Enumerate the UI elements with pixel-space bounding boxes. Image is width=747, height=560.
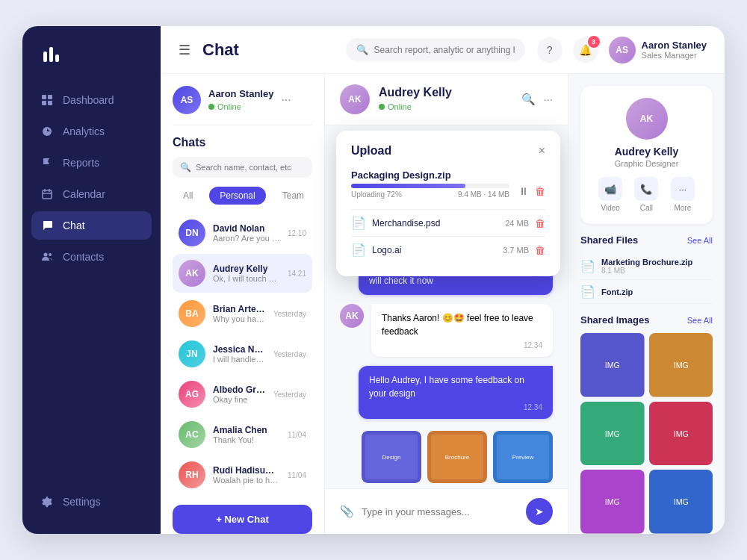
send-message-button[interactable]: ➤ <box>526 498 553 525</box>
upload-item-actions: ⏸ 🗑 <box>518 185 545 197</box>
shared-images-section: Shared Images See All IMG IMG IMG <box>580 314 713 534</box>
contacts-panel: AS Aaron Stanley Online ··· Chats 🔍 All … <box>161 74 325 534</box>
header-actions: ? 🔔 3 AS Aaron Stanley Sales Manager <box>537 37 707 63</box>
svg-text:IMG: IMG <box>673 429 688 438</box>
settings-icon <box>40 495 54 508</box>
message-input[interactable] <box>362 506 518 517</box>
search-chat-icon[interactable]: 🔍 <box>521 93 536 106</box>
profile-avatar: AK <box>626 98 668 140</box>
upload-close-button[interactable]: × <box>539 144 545 158</box>
contact-time: Yesterday <box>273 350 306 358</box>
message-text: Hello Audrey, I have some feedback on yo… <box>369 373 542 400</box>
search-input[interactable] <box>374 45 515 55</box>
cancel-upload-icon[interactable]: 🗑 <box>535 185 545 197</box>
list-item[interactable]: JN Jessica Naomi I will handle that Aaro… <box>173 335 312 373</box>
action-label: More <box>674 204 691 212</box>
shared-file-item: 📄 Font.zip <box>580 280 713 304</box>
contact-details: Amalia Chen Thank You! <box>213 425 280 444</box>
upload-sizes: 9.4 MB · 14 MB <box>458 190 509 199</box>
sidebar-item-reports[interactable]: Reports <box>31 149 152 177</box>
more-profile-button[interactable]: ··· More <box>671 177 695 212</box>
shared-image-thumb[interactable]: IMG <box>649 333 713 397</box>
shared-files-section: Shared Files See All 📄 Marketing Brochur… <box>580 234 713 304</box>
tab-personal[interactable]: Personal <box>209 187 265 205</box>
contact-details: Brian Artemayev Why you have that stupid… <box>213 304 266 323</box>
shared-image-thumb[interactable]: IMG <box>649 402 713 466</box>
chat-contact-status: Online <box>388 102 412 111</box>
list-item[interactable]: RH Rudi Hadisuwarno Woalah pie to ham 11… <box>173 455 312 494</box>
sidebar: Dashboard Analytics Reports Calendar <box>22 26 161 534</box>
list-item[interactable]: DN David Nolan Aaron? Are you here? 12.1… <box>173 214 312 252</box>
tab-team[interactable]: Team <box>272 187 314 205</box>
sidebar-item-calendar[interactable]: Calendar <box>31 180 152 208</box>
new-chat-button[interactable]: + New Chat <box>173 505 312 534</box>
more-icon: ··· <box>671 177 695 201</box>
app-container: Dashboard Analytics Reports Calendar <box>22 26 725 534</box>
action-label: Video <box>601 204 619 212</box>
contact-search-input[interactable] <box>196 163 305 172</box>
upload-modal-header: Upload × <box>351 144 545 158</box>
flag-icon <box>40 156 54 169</box>
video-call-button[interactable]: 📹 Video <box>598 177 622 212</box>
shared-file-item: 📄 Marketing Brochure.zip 8.1 MB <box>580 253 713 280</box>
message-item: Hello Audrey, I have some feedback on yo… <box>340 366 553 419</box>
list-item[interactable]: AG Albedo Greyhold Okay fine Yesterday <box>173 375 312 414</box>
avatar: AK <box>340 304 364 328</box>
shared-image-thumb[interactable]: IMG <box>580 333 645 397</box>
user-profile-button[interactable]: AS Aaron Stanley Sales Manager <box>609 37 707 63</box>
logo-icon <box>37 41 64 68</box>
help-button[interactable]: ? <box>537 37 562 63</box>
upload-status: Uploading 72% <box>351 190 402 199</box>
chat-header: AK Audrey Kelly Online 🔍 ··· <box>325 74 568 125</box>
delete-file-icon[interactable]: 🗑 <box>535 217 545 229</box>
sidebar-item-contacts[interactable]: Contacts <box>31 243 152 271</box>
sidebar-item-label: Dashboard <box>63 94 114 106</box>
delete-file-icon[interactable]: 🗑 <box>535 244 545 256</box>
sidebar-item-label: Contacts <box>63 251 104 263</box>
list-item[interactable]: AK Audrey Kelly Ok, I will touch up this… <box>173 254 312 293</box>
shared-images-header: Shared Images See All <box>580 314 713 326</box>
shared-image-thumb[interactable]: IMG <box>580 470 645 534</box>
current-user-avatar: AS <box>173 86 201 114</box>
pause-upload-icon[interactable]: ⏸ <box>518 185 529 197</box>
svg-text:IMG: IMG <box>605 361 620 370</box>
shared-image-thumb[interactable]: IMG <box>649 470 713 534</box>
sidebar-item-settings[interactable]: Settings <box>31 488 152 516</box>
contact-name: Audrey Kelly <box>213 264 280 274</box>
chats-label: Chats <box>173 136 312 149</box>
shared-image-thumb[interactable]: IMG <box>580 402 645 466</box>
shared-image: Design <box>362 431 421 483</box>
contact-last-msg: Ok, I will touch up this <box>213 274 280 283</box>
call-button[interactable]: 📞 Call <box>634 177 658 212</box>
svg-text:IMG: IMG <box>605 429 620 438</box>
list-item[interactable]: AC Amalia Chen Thank You! 11/04 <box>173 415 312 454</box>
list-item[interactable]: BA Brian Artemayev Why you have that stu… <box>173 294 312 333</box>
avatar: BA <box>179 300 205 327</box>
menu-icon[interactable]: ☰ <box>179 42 190 58</box>
chat-contact-name: Audrey Kelly <box>379 86 512 99</box>
see-all-files-link[interactable]: See All <box>687 236 713 245</box>
contact-last-msg: Thank You! <box>213 435 280 444</box>
sidebar-item-dashboard[interactable]: Dashboard <box>31 86 152 114</box>
file-name: Marketing Brochure.zip <box>601 258 692 267</box>
more-chat-options-icon[interactable]: ··· <box>543 93 553 106</box>
online-dot <box>379 104 385 110</box>
file-name: Logo.ai <box>372 245 497 255</box>
header: ☰ Chat 🔍 ? 🔔 3 AS Aaron Stanley <box>161 26 725 74</box>
see-all-images-link[interactable]: See All <box>687 316 713 325</box>
upload-queued-item: 📄 Merchandise.psd 24 MB 🗑 <box>351 209 545 236</box>
upload-modal: Upload × Packaging Design.zip Uploading … <box>336 131 560 276</box>
svg-text:Preview: Preview <box>512 454 534 461</box>
notifications-button[interactable]: 🔔 3 <box>573 37 598 63</box>
file-info: Marketing Brochure.zip 8.1 MB <box>601 258 692 275</box>
upload-modal-title: Upload <box>351 144 391 158</box>
sidebar-item-chat[interactable]: Chat <box>31 211 152 240</box>
message-item: AK Thanks Aaron! 😊🤩 feel free to leave f… <box>340 304 553 357</box>
tab-all[interactable]: All <box>173 187 203 205</box>
attachment-icon[interactable]: 📎 <box>340 505 354 518</box>
file-size: 3.7 MB <box>503 246 529 255</box>
contact-details: Audrey Kelly Ok, I will touch up this <box>213 264 280 283</box>
sidebar-item-analytics[interactable]: Analytics <box>31 117 152 146</box>
more-options-button[interactable]: ··· <box>281 93 291 107</box>
avatar: RH <box>179 461 205 488</box>
